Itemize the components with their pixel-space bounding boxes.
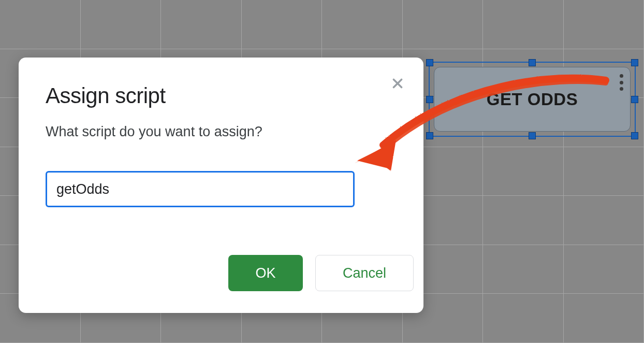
dialog-title: Assign script (46, 83, 397, 108)
resize-handle-tr[interactable] (631, 59, 638, 66)
resize-handle-mr[interactable] (631, 96, 638, 103)
ok-button-label: OK (255, 265, 275, 281)
get-odds-button-shape[interactable]: GET ODDS (434, 67, 631, 132)
drawing-selection[interactable]: GET ODDS (429, 62, 636, 137)
more-options-icon[interactable] (619, 74, 623, 91)
cancel-button-label: Cancel (343, 265, 386, 281)
dialog-subtitle: What script do you want to assign? (46, 124, 397, 140)
cancel-button[interactable]: Cancel (315, 255, 414, 291)
dialog-actions: OK Cancel (228, 255, 414, 291)
resize-handle-ml[interactable] (426, 96, 433, 103)
resize-handle-bl[interactable] (426, 132, 433, 139)
ok-button[interactable]: OK (228, 255, 303, 291)
close-icon[interactable] (387, 73, 408, 94)
assign-script-dialog: Assign script What script do you want to… (19, 58, 423, 313)
get-odds-button-label: GET ODDS (487, 90, 578, 109)
resize-handle-tl[interactable] (426, 59, 433, 66)
script-name-input[interactable] (46, 171, 355, 207)
resize-handle-tm[interactable] (529, 59, 536, 66)
resize-handle-bm[interactable] (529, 132, 536, 139)
resize-handle-br[interactable] (631, 132, 638, 139)
